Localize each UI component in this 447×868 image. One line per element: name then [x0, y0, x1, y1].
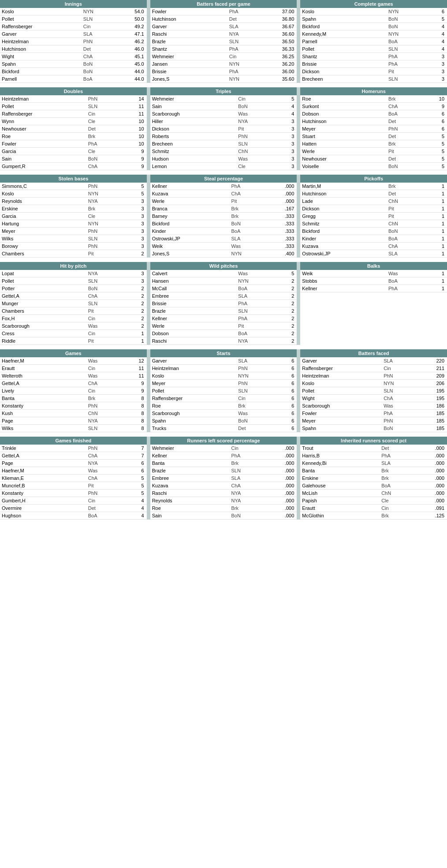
stat-value: 36.25 — [258, 53, 297, 60]
table-row: NewhouserDet10 — [0, 125, 147, 133]
player-team: BoN — [86, 285, 121, 292]
player-team: PhN — [236, 380, 271, 387]
player-team: NYN — [382, 380, 414, 387]
player-name: Lopat — [0, 270, 86, 277]
stat-value: 6 — [271, 410, 297, 417]
player-team: ChN — [380, 490, 411, 497]
col-gf: Games finished TrinklePhN7Gettel,AChA7Pa… — [0, 437, 147, 520]
stat-value: 11 — [121, 110, 147, 118]
table-row: ErauttCin.091 — [300, 505, 447, 512]
player-team: ChA — [382, 395, 414, 402]
table-row: Kennedy,BiSLA.000 — [300, 460, 447, 467]
player-team: Pit — [236, 125, 271, 133]
player-name: Erskine — [0, 205, 86, 213]
stat-value: 5 — [121, 190, 147, 198]
table-row: BickfordBoN44.0 — [0, 68, 147, 75]
table-row: MeyerPhN185 — [300, 417, 447, 425]
stat-value: 8 — [121, 395, 147, 402]
col-bfpg: Batters faced per game FowlerPhA37.00Hut… — [150, 0, 297, 83]
col-sb: Stolen bases Simmons,CPhN5KosloNYN5Reyno… — [0, 175, 147, 258]
table-row: RaschiNYA36.60 — [150, 30, 297, 38]
player-name: McLish — [300, 490, 380, 497]
player-name: Heintzelman — [0, 38, 82, 45]
col-balks: Balks WeikWas1StobbsBoA1KellnerPhA1 — [300, 262, 447, 345]
table-row: HutchinsonDet46.0 — [0, 45, 147, 53]
player-name: Hutchinson — [0, 45, 82, 53]
player-name: Raschi — [150, 30, 227, 38]
player-team: PhN — [82, 38, 114, 45]
table-row: SchmitzChN1 — [300, 220, 447, 228]
player-name: Schmitz — [300, 220, 387, 228]
player-team: NYN — [229, 250, 261, 258]
player-name: Sain — [150, 512, 230, 520]
stat-value: 2 — [271, 322, 297, 330]
player-name: Banta — [150, 460, 230, 467]
player-team: Det — [86, 125, 121, 133]
player-team: SLA — [382, 357, 414, 365]
player-team: BoN — [229, 512, 261, 520]
player-name: McGlothin — [300, 512, 380, 520]
player-name: Meyer — [300, 125, 387, 133]
stat-value: 4 — [271, 110, 297, 118]
stat-value: 12 — [121, 357, 147, 365]
player-team: BoN — [236, 417, 271, 425]
player-team: Det — [387, 118, 421, 125]
player-team: PhA — [387, 60, 421, 68]
table-row: KonstantyPhN8 — [0, 402, 147, 410]
player-team: NYN — [227, 60, 258, 68]
player-team: NYN — [227, 75, 258, 83]
player-name: Koslo — [300, 8, 387, 15]
table-row: Jones,SNYN35.60 — [150, 75, 297, 83]
stat-value: 3 — [271, 155, 297, 163]
player-name: Garver — [150, 357, 237, 365]
player-team: PhA — [387, 53, 421, 60]
header-spct: Steal percentage — [150, 175, 297, 183]
player-name: Werle — [300, 148, 387, 155]
stat-value: 2 — [271, 337, 297, 345]
player-name: Spahn — [300, 425, 382, 432]
player-name: Kellner — [150, 452, 230, 460]
table-row: CressCin1 — [0, 330, 147, 337]
table-row: PolletSLN195 — [300, 387, 447, 395]
table-row: ScarboroughWas4 — [150, 110, 297, 118]
stat-value: 195 — [414, 395, 447, 402]
stat-value: .000 — [411, 497, 447, 505]
stat-value: 3 — [121, 220, 147, 228]
player-name: Surkont — [300, 103, 387, 110]
stat-value: 2 — [271, 285, 297, 292]
stat-value: 3 — [421, 68, 447, 75]
player-name: Garver — [300, 357, 382, 365]
table-row: StobbsBoA1 — [300, 277, 447, 285]
table-row: BarneyBrk.333 — [150, 213, 297, 220]
player-name: Bickford — [150, 220, 230, 228]
stat-value: 44.0 — [114, 75, 147, 83]
section-row-2: Doubles HeintzelmanPhN14PolletSLN11Raffe… — [0, 87, 447, 170]
table-row: BickfordBoN4 — [300, 23, 447, 30]
player-team: Cle — [236, 163, 271, 170]
player-team: NYN — [86, 220, 121, 228]
table-row: ParnellBoA4 — [300, 38, 447, 45]
stat-value: .167 — [261, 205, 297, 213]
player-name: Heintzelman — [150, 365, 237, 372]
player-name: Kuzava — [150, 482, 230, 490]
stat-value: 3 — [121, 243, 147, 250]
table-row: KushChN8 — [0, 410, 147, 417]
player-name: Simmons,C — [0, 183, 86, 190]
table-row: ScarboroughWas186 — [300, 402, 447, 410]
player-name: Lemon — [150, 163, 237, 170]
stat-value: .000 — [261, 467, 297, 475]
player-team: Was — [236, 410, 271, 417]
table-row: ChambersPit2 — [0, 250, 147, 258]
table-row: Jones,SNYN.400 — [150, 250, 297, 258]
table-row: PolletSLN6 — [150, 387, 297, 395]
table-row: KuzavaChA.000 — [150, 482, 297, 490]
stat-value: 1 — [121, 330, 147, 337]
divider-4a — [147, 262, 150, 345]
player-name: Kush — [0, 410, 86, 417]
table-row: RoeBrk10 — [0, 133, 147, 140]
stat-value: 47.1 — [114, 30, 147, 38]
player-name: Raffensberger — [0, 110, 86, 118]
stat-value: 6 — [271, 387, 297, 395]
player-name: Wynn — [0, 118, 86, 125]
stat-value: 1 — [421, 198, 447, 205]
